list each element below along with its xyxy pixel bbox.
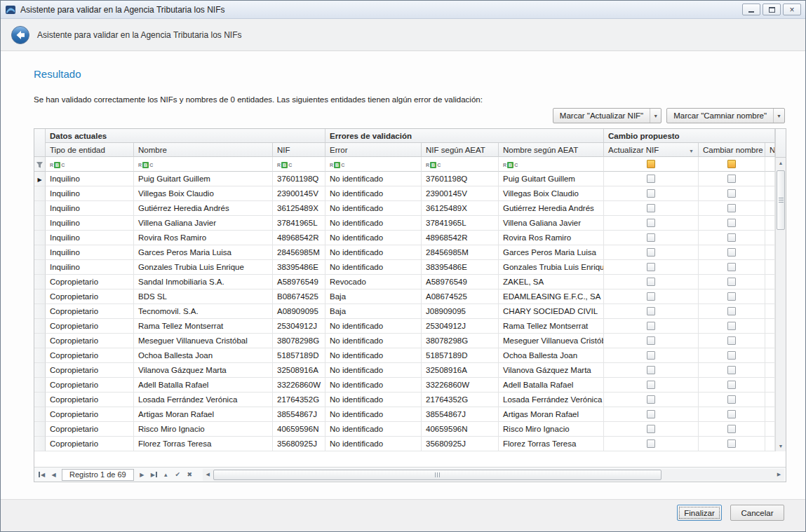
- text-filter-icon[interactable]: RBC: [277, 162, 292, 168]
- table-row[interactable]: Inquilino Villena Galiana Javier 3784196…: [34, 216, 775, 231]
- actualizar-nif-header-dropdown-icon[interactable]: ▼: [689, 149, 694, 154]
- actualizar-nif-checkbox[interactable]: [647, 351, 655, 360]
- column-header-nombre-aeat[interactable]: Nombre según AEAT: [499, 143, 604, 157]
- text-filter-icon[interactable]: RBC: [138, 162, 153, 168]
- table-row[interactable]: Copropietario BDS SL B08674525 Baja A086…: [34, 289, 775, 304]
- cancel-edit-button[interactable]: ✖: [184, 469, 196, 481]
- filter-cell-nif[interactable]: RBC: [273, 157, 325, 172]
- table-row[interactable]: Inquilino Garces Peros Maria Luisa 28456…: [34, 245, 775, 260]
- cambiar-nombre-checkbox[interactable]: [727, 219, 736, 227]
- table-row[interactable]: Copropietario Meseguer Villanueva Cristó…: [34, 334, 775, 348]
- last-record-button[interactable]: ▶: [148, 469, 160, 481]
- title-bar[interactable]: Asistente para validar en la Agencia Tri…: [1, 1, 805, 19]
- text-filter-icon[interactable]: RBC: [426, 162, 441, 168]
- table-row[interactable]: ▶ Inquilino Puig Guitart Guillem 3760119…: [34, 172, 775, 186]
- cambiar-nombre-checkbox[interactable]: [727, 307, 736, 315]
- table-row[interactable]: Inquilino Villegas Boix Claudio 23900145…: [34, 186, 775, 201]
- cambiar-nombre-checkbox[interactable]: [727, 425, 736, 433]
- actualizar-nif-checkbox[interactable]: [647, 292, 655, 301]
- column-header-cut[interactable]: No: [765, 143, 775, 157]
- cambiar-nombre-checkbox[interactable]: [727, 175, 736, 183]
- cambiar-nombre-checkbox[interactable]: [727, 439, 736, 448]
- maximize-button[interactable]: [763, 4, 781, 15]
- column-header-nif-aeat[interactable]: NIF según AEAT: [422, 143, 499, 157]
- cambiar-nombre-checkbox[interactable]: [727, 233, 736, 242]
- horizontal-scrollbar-track[interactable]: [213, 469, 774, 481]
- actualizar-nif-checkbox[interactable]: [647, 248, 655, 257]
- actualizar-nif-checkbox[interactable]: [647, 366, 655, 374]
- filter-cell-tipo-entidad[interactable]: RBC: [46, 157, 134, 172]
- cancelar-button[interactable]: Cancelar: [730, 505, 784, 521]
- table-row[interactable]: Copropietario Artigas Moran Rafael 38554…: [34, 407, 775, 422]
- next-record-button[interactable]: ▶: [136, 469, 148, 481]
- table-row[interactable]: Copropietario Adell Batalla Rafael 33226…: [34, 378, 775, 393]
- cambiar-nombre-checkbox[interactable]: [727, 351, 736, 360]
- actualizar-nif-checkbox[interactable]: [647, 278, 655, 286]
- vertical-scrollbar-thumb[interactable]: [777, 170, 785, 230]
- scroll-up-arrow[interactable]: ▲: [776, 158, 786, 168]
- actualizar-nif-checkbox[interactable]: [647, 219, 655, 227]
- cambiar-nombre-checkbox[interactable]: [727, 278, 736, 286]
- cambiar-nombre-checkbox[interactable]: [727, 322, 736, 330]
- actualizar-nif-checkbox[interactable]: [647, 410, 655, 418]
- edit-record-button[interactable]: ▴: [160, 469, 172, 481]
- filter-cell-nombre-aeat[interactable]: RBC: [499, 157, 604, 172]
- column-header-cambiar-nombre[interactable]: Cambiar nombre: [699, 143, 765, 157]
- column-header-error[interactable]: Error: [325, 143, 422, 157]
- filter-cell-actualizar-nif[interactable]: [604, 157, 699, 172]
- scroll-left-arrow[interactable]: ◀: [203, 469, 213, 481]
- vertical-scrollbar[interactable]: ▲ ▼: [775, 158, 786, 451]
- actualizar-nif-checkbox[interactable]: [647, 263, 655, 271]
- table-row[interactable]: Inquilino Gonzales Trubia Luis Enrique 3…: [34, 260, 775, 275]
- table-row[interactable]: Copropietario Florez Torras Teresa 35680…: [34, 437, 775, 451]
- table-row[interactable]: Inquilino Gutiérrez Heredia Andrés 36125…: [34, 201, 775, 216]
- mark-actualizar-nif-dropdown-icon[interactable]: ▼: [650, 109, 661, 123]
- actualizar-nif-checkbox[interactable]: [647, 336, 655, 345]
- actualizar-nif-checkbox[interactable]: [647, 439, 655, 448]
- table-row[interactable]: Copropietario Vilanova Gázquez Marta 325…: [34, 363, 775, 378]
- actualizar-nif-checkbox[interactable]: [647, 175, 655, 183]
- table-row[interactable]: Copropietario Risco Miro Ignacio 4065959…: [34, 422, 775, 437]
- back-button[interactable]: [11, 25, 30, 45]
- cambiar-nombre-checkbox[interactable]: [727, 336, 736, 345]
- column-header-nif[interactable]: NIF: [273, 143, 325, 157]
- cambiar-nombre-checkbox[interactable]: [727, 381, 736, 389]
- column-header-actualizar-nif[interactable]: ▼Actualizar NIF: [604, 143, 699, 157]
- cambiar-nombre-filter-checkbox[interactable]: [727, 160, 736, 168]
- cambiar-nombre-checkbox[interactable]: [727, 248, 736, 257]
- cambiar-nombre-checkbox[interactable]: [727, 366, 736, 374]
- text-filter-icon[interactable]: RBC: [503, 162, 518, 168]
- filter-cell-error[interactable]: RBC: [325, 157, 422, 172]
- table-row[interactable]: Copropietario Rama Tellez Montserrat 253…: [34, 319, 775, 334]
- text-filter-icon[interactable]: RBC: [330, 162, 344, 168]
- cambiar-nombre-checkbox[interactable]: [727, 410, 736, 418]
- filter-cell-cambiar-nombre[interactable]: [699, 157, 765, 172]
- cambiar-nombre-checkbox[interactable]: [727, 395, 736, 404]
- table-row[interactable]: Inquilino Rovira Ros Ramiro 48968542R No…: [34, 231, 775, 245]
- first-record-button[interactable]: ◀: [36, 469, 48, 481]
- table-row[interactable]: Copropietario Tecnomovil. S.A. A08909095…: [34, 304, 775, 319]
- horizontal-scrollbar[interactable]: ◀ ▶: [203, 469, 784, 481]
- cambiar-nombre-checkbox[interactable]: [727, 263, 736, 271]
- finalizar-button[interactable]: Finalizar: [677, 505, 722, 521]
- scroll-down-arrow[interactable]: ▼: [776, 441, 786, 451]
- cambiar-nombre-checkbox[interactable]: [727, 292, 736, 301]
- mark-cambiar-nombre-dropdown-icon[interactable]: ▼: [773, 109, 784, 123]
- mark-actualizar-nif-button[interactable]: Marcar "Actualizar NIF" ▼: [553, 108, 661, 123]
- column-header-tipo-entidad[interactable]: Tipo de entidad: [46, 143, 134, 157]
- table-row[interactable]: Copropietario Ochoa Ballesta Joan 518571…: [34, 348, 775, 363]
- prev-record-button[interactable]: ◀: [48, 469, 60, 481]
- filter-cell-nif-aeat[interactable]: RBC: [422, 157, 499, 172]
- text-filter-icon[interactable]: RBC: [50, 162, 65, 168]
- minimize-button[interactable]: [742, 4, 760, 15]
- table-row[interactable]: Copropietario Sandal Inmobiliaria S.A. A…: [34, 275, 775, 289]
- column-header-nombre[interactable]: Nombre: [134, 143, 273, 157]
- table-row[interactable]: Copropietario Losada Ferrández Verónica …: [34, 393, 775, 407]
- scroll-right-arrow[interactable]: ▶: [774, 469, 784, 481]
- actualizar-nif-checkbox[interactable]: [647, 381, 655, 389]
- actualizar-nif-checkbox[interactable]: [647, 189, 655, 198]
- horizontal-scrollbar-thumb[interactable]: [213, 470, 661, 480]
- cambiar-nombre-checkbox[interactable]: [727, 204, 736, 212]
- actualizar-nif-filter-checkbox[interactable]: [647, 160, 655, 168]
- close-button[interactable]: ×: [783, 4, 801, 15]
